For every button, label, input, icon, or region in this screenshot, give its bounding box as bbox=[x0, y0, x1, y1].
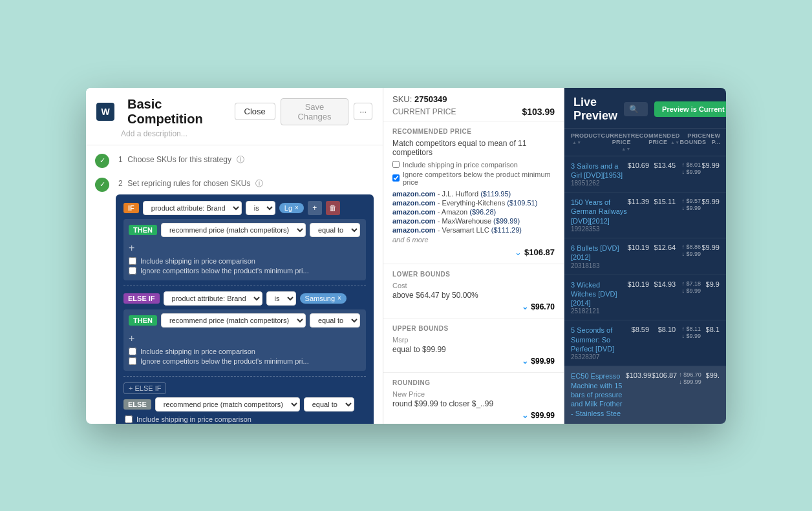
samsung-tag-remove[interactable]: × bbox=[337, 295, 341, 302]
step-1-row: ✓ 1 Choose SKUs for this strategy ⓘ bbox=[95, 153, 374, 168]
col-product: PRODUCT ▲▼ bbox=[571, 132, 601, 152]
include-shipping-check-2: Include shipping in price comparison bbox=[129, 348, 361, 355]
bounds-cell: ↑ $9.57 ↓ $9.99 bbox=[676, 198, 701, 233]
rec-amount: $106.87 bbox=[524, 247, 555, 257]
then-action-select[interactable]: recommend price (match competitors) bbox=[161, 223, 306, 237]
product-name[interactable]: 6 Bullets [DVD][2012] bbox=[571, 244, 627, 262]
bounds-cell: ↑ $8.86 ↓ $9.99 bbox=[676, 244, 701, 269]
else-if-field-select[interactable]: product attribute: Brand bbox=[164, 291, 262, 306]
product-id: 18951262 bbox=[571, 180, 627, 187]
save-button[interactable]: Save Changes bbox=[281, 98, 348, 125]
then-row-2-inner: THEN recommend price (match competitors)… bbox=[129, 313, 361, 328]
include-shipping-check-1: Include shipping in price comparison bbox=[129, 257, 361, 265]
then-action-select-2[interactable]: recommend price (match competitors) bbox=[161, 313, 306, 328]
bounds-cell: ↑ $8.11 ↓ $9.99 bbox=[676, 326, 701, 360]
live-preview-header: Live Preview 🔍 Preview is Current bbox=[564, 88, 726, 129]
rule-block: IF product attribute: Brand is Lg × bbox=[116, 194, 374, 424]
include-shipping-checkbox-2[interactable] bbox=[129, 348, 136, 355]
table-row-active[interactable]: EC50 Espresso Machine with 15 bars of pr… bbox=[564, 366, 726, 423]
product-id: 20318183 bbox=[571, 262, 627, 269]
preview-current-button[interactable]: Preview is Current bbox=[654, 101, 726, 117]
rounding-section: ROUNDING New Price round $99.99 to close… bbox=[383, 373, 564, 424]
include-ship-row: Include shipping in price comparison bbox=[392, 161, 555, 169]
table-row[interactable]: 3 Sailors and a Girl [DVD][1953] 1895126… bbox=[564, 156, 726, 193]
ignore-min-check[interactable] bbox=[392, 174, 400, 182]
bounds-cell: ↑ $96.70 ↓ $99.99 bbox=[677, 371, 701, 423]
if-operator-select[interactable]: is bbox=[246, 201, 275, 215]
product-cell: 5 Seconds of Summer: So Perfect [DVD] 26… bbox=[571, 326, 627, 360]
product-cell: 3 Wicked Witches [DVD][2014] 25182121 bbox=[571, 280, 627, 315]
else-if-operator-select[interactable]: is bbox=[266, 291, 296, 306]
live-preview-panel: Live Preview 🔍 Preview is Current PRODUC… bbox=[564, 88, 726, 424]
include-shipping-checkbox-1[interactable] bbox=[129, 257, 136, 265]
table-row[interactable]: 3 Wicked Witches [DVD][2014] 25182121 $1… bbox=[564, 275, 726, 321]
step-2-check: ✓ bbox=[95, 178, 109, 192]
recommended-price-cell: $15.11 bbox=[649, 198, 676, 233]
rec-arrow: ⌄ bbox=[515, 247, 522, 257]
sku-header: SKU: 2750349 CURRENT PRICE $103.99 bbox=[383, 88, 564, 121]
include-shipping-label-3: Include shipping in price comparison bbox=[136, 415, 251, 423]
include-shipping-checkbox-3[interactable] bbox=[125, 415, 133, 423]
new-price-cell: $8.1 bbox=[701, 326, 720, 360]
then-badge: THEN bbox=[129, 225, 157, 235]
add-then-btn[interactable]: + bbox=[129, 241, 361, 255]
new-price-cell: $9.99 bbox=[701, 162, 720, 187]
match-line: Match competitors equal to mean of 11 co… bbox=[392, 139, 555, 157]
upper-bounds-section: UPPER BOUNDS Msrp equal to $99.99 ⌄ $99.… bbox=[383, 318, 564, 373]
live-preview-title: Live Preview bbox=[573, 96, 617, 123]
header-actions: Close Save Changes ··· bbox=[235, 98, 372, 125]
else-if-badge: ELSE IF bbox=[123, 293, 160, 304]
rule-2-elseif-row: ELSE IF product attribute: Brand is Sams… bbox=[123, 291, 366, 306]
competitor-4: amazon.com - MaxWarehouse ($99.99) bbox=[392, 217, 555, 225]
bounds-cell: ↑ $7.18 ↓ $9.99 bbox=[676, 280, 701, 315]
rounding-title: ROUNDING bbox=[392, 379, 555, 386]
strategy-title: Basic Competition bbox=[127, 97, 235, 127]
then-result-select[interactable]: equal to bbox=[310, 223, 360, 237]
else-result-select[interactable]: equal to bbox=[304, 397, 354, 412]
recommended-price-cell: $8.10 bbox=[649, 326, 676, 360]
step-1-check: ✓ bbox=[95, 154, 109, 168]
else-action-select[interactable]: recommend price (match competitors) bbox=[155, 397, 300, 412]
recommended-price-title: RECOMMENDED PRICE bbox=[392, 128, 555, 135]
description-field[interactable]: Add a description... bbox=[96, 129, 372, 138]
product-id: 19928353 bbox=[571, 225, 627, 233]
then-badge-2: THEN bbox=[129, 315, 157, 326]
table-row[interactable]: 6 Bullets [DVD][2012] 20318183 $10.19 $1… bbox=[564, 238, 726, 275]
ignore-min-label-2: Ignore competitors below the product's m… bbox=[140, 357, 309, 365]
if-field-select[interactable]: product attribute: Brand bbox=[143, 201, 242, 215]
else-badge: ELSE bbox=[123, 399, 151, 410]
rounding-value: round $99.99 to closer $_..99 bbox=[392, 399, 555, 408]
add-then-btn-2[interactable]: + bbox=[129, 331, 361, 346]
then-result-select-2[interactable]: equal to bbox=[310, 313, 360, 328]
close-button[interactable]: Close bbox=[235, 103, 275, 120]
product-name[interactable]: 3 Wicked Witches [DVD][2014] bbox=[571, 280, 627, 308]
delete-rule-btn[interactable]: 🗑 bbox=[326, 201, 340, 215]
add-else-if-btn[interactable]: + ELSE IF bbox=[123, 382, 166, 394]
upper-bounds-result: ⌄ $99.99 bbox=[392, 357, 555, 366]
product-cell: 6 Bullets [DVD][2012] 20318183 bbox=[571, 244, 627, 269]
product-name[interactable]: 150 Years of German Railways [DVD][2012] bbox=[571, 198, 627, 225]
lg-tag: Lg × bbox=[279, 203, 304, 213]
product-name[interactable]: 5 Seconds of Summer: So Perfect [DVD] bbox=[571, 326, 627, 353]
table-row[interactable]: 150 Years of German Railways [DVD][2012]… bbox=[564, 193, 726, 238]
step-1-label: 1 Choose SKUs for this strategy ⓘ bbox=[116, 154, 244, 164]
new-price-cell: $9.9 bbox=[701, 280, 720, 315]
strategy-editor-panel: W Basic Competition Close Save Changes ·… bbox=[86, 88, 383, 424]
ignore-min-checkbox-1[interactable] bbox=[129, 267, 136, 275]
more-button[interactable]: ··· bbox=[354, 103, 372, 120]
lg-tag-remove[interactable]: × bbox=[295, 204, 299, 211]
product-name[interactable]: EC50 Espresso Machine with 15 bars of pr… bbox=[571, 371, 626, 423]
recommended-price-cell: $106.87 bbox=[651, 371, 677, 423]
product-name[interactable]: 3 Sailors and a Girl [DVD][1953] bbox=[571, 162, 627, 180]
search-box[interactable]: 🔍 bbox=[624, 102, 648, 116]
ignore-min-checkbox-2[interactable] bbox=[129, 357, 136, 365]
include-ship-check[interactable] bbox=[392, 161, 400, 168]
else-row: ELSE recommend price (match competitors)… bbox=[123, 397, 366, 412]
current-price-cell: $8.59 bbox=[627, 326, 649, 360]
step-2-label: 2 Set repricing rules for chosen SKUs ⓘ bbox=[116, 178, 263, 188]
table-row[interactable]: 5 Seconds of Summer: So Perfect [DVD] 26… bbox=[564, 320, 726, 366]
product-id: 25182121 bbox=[571, 308, 627, 315]
add-condition-btn[interactable]: + bbox=[308, 201, 322, 215]
col-current-price: CURRENTPRICE ▲▼ bbox=[601, 132, 631, 152]
product-cell: 3 Sailors and a Girl [DVD][1953] 1895126… bbox=[571, 162, 627, 187]
